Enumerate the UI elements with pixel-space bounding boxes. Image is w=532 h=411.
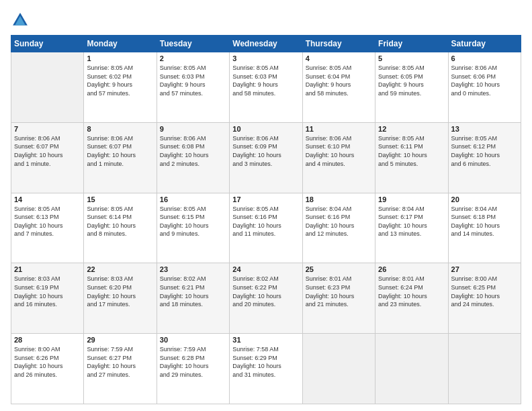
day-number: 15 <box>87 195 153 203</box>
day-number: 22 <box>87 265 153 273</box>
calendar-cell: 29Sunrise: 7:59 AM Sunset: 6:27 PM Dayli… <box>84 334 157 404</box>
day-info: Sunrise: 8:06 AM Sunset: 6:09 PM Dayligh… <box>232 134 299 168</box>
calendar-cell <box>375 334 448 404</box>
weekday-header-monday: Monday <box>84 36 157 52</box>
calendar-cell: 24Sunrise: 8:02 AM Sunset: 6:22 PM Dayli… <box>230 263 302 334</box>
calendar-cell: 1Sunrise: 8:05 AM Sunset: 6:02 PM Daylig… <box>84 52 157 123</box>
calendar-cell: 7Sunrise: 8:06 AM Sunset: 6:07 PM Daylig… <box>11 122 84 193</box>
day-number: 25 <box>306 265 372 273</box>
day-info: Sunrise: 8:04 AM Sunset: 6:17 PM Dayligh… <box>378 205 445 238</box>
calendar-cell: 15Sunrise: 8:05 AM Sunset: 6:14 PM Dayli… <box>84 193 157 263</box>
day-info: Sunrise: 8:06 AM Sunset: 6:06 PM Dayligh… <box>451 64 518 97</box>
day-info: Sunrise: 8:04 AM Sunset: 6:18 PM Dayligh… <box>451 205 518 238</box>
day-info: Sunrise: 8:00 AM Sunset: 6:26 PM Dayligh… <box>14 345 81 379</box>
calendar-cell: 8Sunrise: 8:06 AM Sunset: 6:07 PM Daylig… <box>84 122 157 193</box>
day-info: Sunrise: 8:05 AM Sunset: 6:02 PM Dayligh… <box>87 64 153 97</box>
logo-icon <box>11 11 30 30</box>
week-row-4: 21Sunrise: 8:03 AM Sunset: 6:19 PM Dayli… <box>11 263 521 334</box>
day-info: Sunrise: 8:05 AM Sunset: 6:12 PM Dayligh… <box>451 134 518 168</box>
day-info: Sunrise: 7:58 AM Sunset: 6:29 PM Dayligh… <box>232 345 299 379</box>
day-info: Sunrise: 8:03 AM Sunset: 6:19 PM Dayligh… <box>14 275 81 308</box>
day-number: 27 <box>451 265 518 273</box>
calendar-cell: 19Sunrise: 8:04 AM Sunset: 6:17 PM Dayli… <box>375 193 448 263</box>
day-info: Sunrise: 8:05 AM Sunset: 6:04 PM Dayligh… <box>306 64 372 97</box>
day-info: Sunrise: 8:00 AM Sunset: 6:25 PM Dayligh… <box>451 275 518 308</box>
day-number: 26 <box>378 265 445 273</box>
day-info: Sunrise: 8:05 AM Sunset: 6:15 PM Dayligh… <box>160 205 226 238</box>
day-info: Sunrise: 8:03 AM Sunset: 6:20 PM Dayligh… <box>87 275 153 308</box>
calendar-cell: 26Sunrise: 8:01 AM Sunset: 6:24 PM Dayli… <box>375 263 448 334</box>
calendar-cell: 27Sunrise: 8:00 AM Sunset: 6:25 PM Dayli… <box>448 263 521 334</box>
day-info: Sunrise: 8:05 AM Sunset: 6:05 PM Dayligh… <box>378 64 445 97</box>
day-number: 12 <box>378 125 445 133</box>
weekday-header-thursday: Thursday <box>302 36 375 52</box>
calendar-cell: 17Sunrise: 8:05 AM Sunset: 6:16 PM Dayli… <box>230 193 302 263</box>
day-number: 16 <box>160 195 226 203</box>
day-number: 18 <box>306 195 372 203</box>
calendar-cell: 20Sunrise: 8:04 AM Sunset: 6:18 PM Dayli… <box>448 193 521 263</box>
calendar-cell: 25Sunrise: 8:01 AM Sunset: 6:23 PM Dayli… <box>302 263 375 334</box>
weekday-header-saturday: Saturday <box>448 36 521 52</box>
calendar-cell: 12Sunrise: 8:05 AM Sunset: 6:11 PM Dayli… <box>375 122 448 193</box>
calendar-cell <box>448 334 521 404</box>
weekday-header-row: SundayMondayTuesdayWednesdayThursdayFrid… <box>11 36 521 52</box>
day-info: Sunrise: 8:04 AM Sunset: 6:16 PM Dayligh… <box>306 205 372 238</box>
calendar-cell: 11Sunrise: 8:06 AM Sunset: 6:10 PM Dayli… <box>302 122 375 193</box>
day-number: 19 <box>378 195 445 203</box>
day-number: 30 <box>160 336 226 344</box>
calendar-cell: 9Sunrise: 8:06 AM Sunset: 6:08 PM Daylig… <box>157 122 229 193</box>
day-info: Sunrise: 8:05 AM Sunset: 6:16 PM Dayligh… <box>232 205 299 238</box>
week-row-3: 14Sunrise: 8:05 AM Sunset: 6:13 PM Dayli… <box>11 193 521 263</box>
calendar-table: SundayMondayTuesdayWednesdayThursdayFrid… <box>11 35 521 404</box>
day-number: 23 <box>160 265 226 273</box>
day-info: Sunrise: 8:05 AM Sunset: 6:11 PM Dayligh… <box>378 134 445 168</box>
calendar-cell: 28Sunrise: 8:00 AM Sunset: 6:26 PM Dayli… <box>11 334 84 404</box>
day-number: 6 <box>451 54 518 62</box>
day-number: 4 <box>306 54 372 62</box>
calendar-cell: 3Sunrise: 8:05 AM Sunset: 6:03 PM Daylig… <box>230 52 302 123</box>
calendar-cell: 21Sunrise: 8:03 AM Sunset: 6:19 PM Dayli… <box>11 263 84 334</box>
day-info: Sunrise: 7:59 AM Sunset: 6:28 PM Dayligh… <box>160 345 226 379</box>
day-info: Sunrise: 8:06 AM Sunset: 6:07 PM Dayligh… <box>87 134 153 168</box>
day-number: 24 <box>232 265 299 273</box>
day-info: Sunrise: 8:05 AM Sunset: 6:13 PM Dayligh… <box>14 205 81 238</box>
day-number: 31 <box>232 336 299 344</box>
day-number: 10 <box>232 125 299 133</box>
day-info: Sunrise: 8:01 AM Sunset: 6:23 PM Dayligh… <box>306 275 372 308</box>
calendar-cell: 23Sunrise: 8:02 AM Sunset: 6:21 PM Dayli… <box>157 263 229 334</box>
day-info: Sunrise: 8:06 AM Sunset: 6:10 PM Dayligh… <box>306 134 372 168</box>
weekday-header-sunday: Sunday <box>11 36 84 52</box>
day-info: Sunrise: 8:06 AM Sunset: 6:07 PM Dayligh… <box>14 134 81 168</box>
calendar-cell: 31Sunrise: 7:58 AM Sunset: 6:29 PM Dayli… <box>230 334 302 404</box>
day-info: Sunrise: 8:02 AM Sunset: 6:21 PM Dayligh… <box>160 275 226 308</box>
day-info: Sunrise: 8:05 AM Sunset: 6:14 PM Dayligh… <box>87 205 153 238</box>
calendar-cell: 6Sunrise: 8:06 AM Sunset: 6:06 PM Daylig… <box>448 52 521 123</box>
week-row-2: 7Sunrise: 8:06 AM Sunset: 6:07 PM Daylig… <box>11 122 521 193</box>
calendar-cell: 10Sunrise: 8:06 AM Sunset: 6:09 PM Dayli… <box>230 122 302 193</box>
calendar-cell: 5Sunrise: 8:05 AM Sunset: 6:05 PM Daylig… <box>375 52 448 123</box>
day-number: 2 <box>160 54 226 62</box>
day-info: Sunrise: 8:06 AM Sunset: 6:08 PM Dayligh… <box>160 134 226 168</box>
week-row-1: 1Sunrise: 8:05 AM Sunset: 6:02 PM Daylig… <box>11 52 521 123</box>
calendar-cell <box>11 52 84 123</box>
header <box>11 11 521 30</box>
day-number: 11 <box>306 125 372 133</box>
day-number: 7 <box>14 125 81 133</box>
calendar-cell: 30Sunrise: 7:59 AM Sunset: 6:28 PM Dayli… <box>157 334 229 404</box>
day-number: 1 <box>87 54 153 62</box>
day-info: Sunrise: 8:01 AM Sunset: 6:24 PM Dayligh… <box>378 275 445 308</box>
day-number: 28 <box>14 336 81 344</box>
calendar-cell: 16Sunrise: 8:05 AM Sunset: 6:15 PM Dayli… <box>157 193 229 263</box>
logo <box>11 11 32 30</box>
weekday-header-friday: Friday <box>375 36 448 52</box>
day-info: Sunrise: 8:02 AM Sunset: 6:22 PM Dayligh… <box>232 275 299 308</box>
day-number: 14 <box>14 195 81 203</box>
calendar-cell: 18Sunrise: 8:04 AM Sunset: 6:16 PM Dayli… <box>302 193 375 263</box>
day-number: 21 <box>14 265 81 273</box>
calendar-cell <box>302 334 375 404</box>
week-row-5: 28Sunrise: 8:00 AM Sunset: 6:26 PM Dayli… <box>11 334 521 404</box>
day-info: Sunrise: 8:05 AM Sunset: 6:03 PM Dayligh… <box>160 64 226 97</box>
calendar-cell: 22Sunrise: 8:03 AM Sunset: 6:20 PM Dayli… <box>84 263 157 334</box>
day-number: 13 <box>451 125 518 133</box>
weekday-header-tuesday: Tuesday <box>157 36 229 52</box>
